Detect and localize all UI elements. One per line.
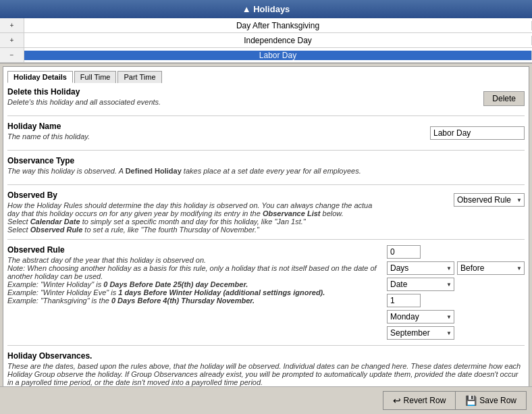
days-select-wrapper: Days	[387, 261, 454, 275]
ex2-bold: 1 days Before Winter Holiday (additional…	[118, 288, 325, 296]
holiday-name-section: Holiday Name The name of this holiday.	[7, 122, 525, 151]
observed-by-select[interactable]: Calendar Date Observed Rule	[454, 193, 525, 207]
plus-icon: +	[10, 36, 14, 44]
save-button-label: Save Row	[479, 396, 516, 405]
holiday-name-section-title: Holiday Name	[7, 122, 90, 131]
header-title: Holidays	[253, 4, 290, 14]
revert-icon: ↩	[393, 395, 401, 406]
observed-rule-section: Observed Rule The abstract day of the ye…	[7, 245, 525, 346]
observed-by-section: Observed By How the Holiday Rules should…	[7, 190, 525, 240]
delete-holiday-title: Delete this Holiday	[7, 87, 161, 97]
observances-title: Holiday Observances.	[7, 351, 525, 361]
ex1-bold: 0 Days Before Date 25(th) day December.	[103, 280, 248, 288]
rule-row-1	[387, 245, 525, 259]
observance-type-section: Observance Type The way this holiday is …	[7, 156, 525, 185]
observed-rule-desc: The abstract day of the year that this h…	[7, 256, 381, 305]
observed-by-select-wrapper: Calendar Date Observed Rule	[454, 193, 525, 207]
date-select[interactable]: Date	[387, 278, 454, 291]
expand-button-labor-day[interactable]: −	[0, 48, 24, 62]
observed-rule-controls: Days Before Date	[387, 245, 525, 340]
observance-type-desc-text1: The way this holiday is observed. A	[7, 167, 124, 175]
before-select[interactable]: Before	[457, 261, 525, 275]
observed-rule-bold: Observed Rule	[30, 226, 83, 234]
month-select-wrapper: September	[387, 326, 454, 340]
observance-type-desc-text2: takes place at a set date every year for…	[184, 167, 361, 175]
observed-by-title: Observed By	[7, 190, 448, 200]
tab-bar: Holiday Details Full Time Part Time	[7, 71, 525, 83]
plus-icon: +	[10, 22, 14, 29]
observances-desc: These are the dates, based upon the rule…	[7, 362, 525, 386]
observance-type-desc: The way this holiday is observed. A Defi…	[7, 167, 525, 175]
observed-by-info: Observed By How the Holiday Rules should…	[7, 190, 454, 234]
holiday-name-info: Holiday Name The name of this holiday.	[7, 122, 90, 145]
observed-by-control: Calendar Date Observed Rule	[454, 190, 525, 234]
rule-row-2: Days Before	[387, 261, 525, 275]
rule-row-4	[387, 294, 525, 307]
before-select-wrapper: Before	[457, 261, 525, 275]
page-header: ▲ Holidays	[0, 0, 532, 18]
tab-part-time[interactable]: Part Time	[117, 71, 161, 83]
tab-full-time[interactable]: Full Time	[74, 71, 117, 83]
save-icon: 💾	[465, 395, 477, 406]
holiday-name-independence-day[interactable]: Independence Day	[24, 36, 532, 45]
tab-holiday-details[interactable]: Holiday Details	[7, 71, 73, 83]
delete-holiday-info: Delete this Holiday Delete's this holida…	[7, 87, 161, 110]
day-select[interactable]: Monday	[387, 310, 454, 324]
table-row: + Day After Thanksgiving	[0, 18, 532, 33]
rule-row-5: Monday	[387, 310, 525, 324]
delete-holiday-section: Delete this Holiday Delete's this holida…	[7, 87, 525, 116]
observed-rule-info: Observed Rule The abstract day of the ye…	[7, 245, 387, 340]
table-row: + Independence Day	[0, 33, 532, 48]
calendar-date-bold: Calendar Date	[30, 217, 80, 226]
delete-button[interactable]: Delete	[483, 91, 525, 106]
footer-bar: ↩ Revert Row 💾 Save Row	[0, 386, 532, 414]
observance-type-title: Observance Type	[7, 156, 525, 165]
holiday-name-day-after-thanksgiving[interactable]: Day After Thanksgiving	[24, 21, 532, 30]
holiday-name-section-desc: The name of this holiday.	[7, 132, 90, 140]
delete-holiday-desc: Delete's this holiday and all associated…	[7, 98, 161, 106]
observed-rule-title: Observed Rule	[7, 245, 381, 255]
details-panel: Holiday Details Full Time Part Time Dele…	[3, 66, 529, 404]
rule-number-input[interactable]	[387, 245, 421, 259]
holiday-name-input[interactable]	[430, 126, 525, 140]
revert-button[interactable]: ↩ Revert Row	[383, 391, 456, 410]
rule-row-6: September	[387, 326, 525, 340]
days-select[interactable]: Days	[387, 261, 454, 275]
expand-button-day-after-thanksgiving[interactable]: +	[0, 18, 24, 32]
rule-row-3: Date	[387, 278, 525, 291]
date-select-wrapper: Date	[387, 278, 454, 291]
day-select-wrapper: Monday	[387, 310, 454, 324]
observance-list-bold: Observance List	[263, 209, 321, 217]
observance-type-bold: Defined Holiday	[126, 167, 182, 175]
expand-button-independence-day[interactable]: +	[0, 33, 24, 47]
nth-input[interactable]	[387, 294, 421, 307]
table-row: − Labor Day	[0, 48, 532, 63]
revert-button-label: Revert Row	[404, 396, 446, 405]
save-button[interactable]: 💾 Save Row	[455, 391, 527, 410]
observed-by-desc: How the Holiday Rules should determine t…	[7, 201, 448, 234]
sort-icon: ▲	[242, 4, 251, 14]
minus-icon: −	[10, 51, 14, 59]
month-select[interactable]: September	[387, 326, 454, 340]
holidays-table: + Day After Thanksgiving + Independence …	[0, 18, 532, 63]
ex3-bold: 0 Days Before 4(th) Thursday November.	[111, 296, 255, 305]
holiday-name-labor-day[interactable]: Labor Day	[24, 51, 532, 60]
